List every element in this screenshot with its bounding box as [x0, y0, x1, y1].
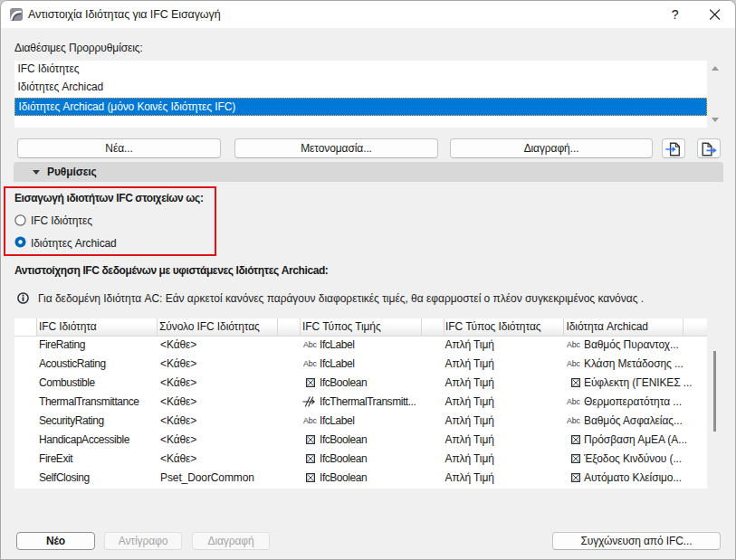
svg-text:Abc: Abc: [303, 340, 317, 349]
svg-text:Abc: Abc: [303, 359, 317, 368]
svg-text:Abc: Abc: [303, 416, 317, 425]
svg-text:Abc: Abc: [567, 397, 580, 406]
svg-text:Abc: Abc: [567, 416, 580, 425]
svg-text:Abc: Abc: [567, 340, 580, 349]
svg-text:Abc: Abc: [567, 359, 580, 368]
